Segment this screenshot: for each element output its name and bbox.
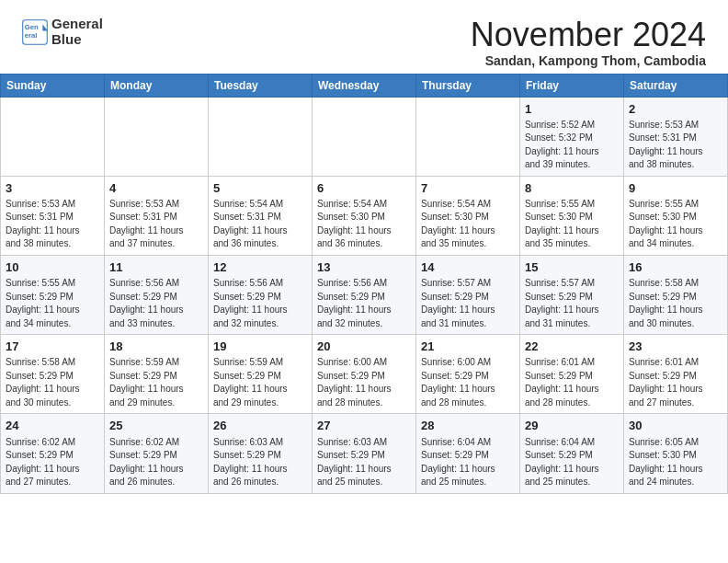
cell-day-number: 13 (317, 259, 411, 276)
calendar-cell: 20Sunrise: 6:00 AM Sunset: 5:29 PM Dayli… (313, 335, 416, 414)
cell-info: Sunrise: 6:05 AM Sunset: 5:30 PM Dayligh… (629, 436, 722, 489)
logo: Gen eral General Blue (22, 17, 103, 47)
calendar-cell: 9Sunrise: 5:55 AM Sunset: 5:30 PM Daylig… (624, 176, 728, 255)
cell-day-number: 11 (109, 259, 203, 276)
cell-info: Sunrise: 5:52 AM Sunset: 5:32 PM Dayligh… (525, 119, 619, 172)
cell-info: Sunrise: 6:04 AM Sunset: 5:29 PM Dayligh… (525, 436, 619, 489)
cell-day-number: 15 (525, 259, 619, 276)
weekday-header-row: SundayMondayTuesdayWednesdayThursdayFrid… (1, 74, 728, 97)
cell-info: Sunrise: 5:59 AM Sunset: 5:29 PM Dayligh… (109, 356, 203, 409)
cell-info: Sunrise: 5:56 AM Sunset: 5:29 PM Dayligh… (213, 277, 307, 330)
calendar-cell: 16Sunrise: 5:58 AM Sunset: 5:29 PM Dayli… (624, 255, 728, 334)
cell-day-number: 4 (109, 180, 203, 197)
weekday-header-saturday: Saturday (624, 74, 728, 97)
cell-day-number: 29 (525, 418, 619, 434)
calendar-cell: 2Sunrise: 5:53 AM Sunset: 5:31 PM Daylig… (624, 97, 728, 176)
calendar-cell: 6Sunrise: 5:54 AM Sunset: 5:30 PM Daylig… (313, 176, 416, 255)
cell-info: Sunrise: 5:59 AM Sunset: 5:29 PM Dayligh… (213, 356, 307, 409)
cell-day-number: 10 (6, 259, 99, 276)
calendar-cell: 22Sunrise: 6:01 AM Sunset: 5:29 PM Dayli… (520, 335, 624, 414)
cell-day-number: 21 (421, 339, 515, 355)
calendar-cell: 11Sunrise: 5:56 AM Sunset: 5:29 PM Dayli… (105, 255, 209, 334)
calendar-cell: 5Sunrise: 5:54 AM Sunset: 5:31 PM Daylig… (209, 176, 313, 255)
calendar-cell: 15Sunrise: 5:57 AM Sunset: 5:29 PM Dayli… (520, 255, 624, 334)
svg-text:Gen: Gen (25, 23, 39, 31)
cell-info: Sunrise: 6:00 AM Sunset: 5:29 PM Dayligh… (317, 356, 411, 409)
cell-info: Sunrise: 6:04 AM Sunset: 5:29 PM Dayligh… (421, 436, 515, 489)
cell-day-number: 18 (109, 339, 203, 355)
cell-info: Sunrise: 5:53 AM Sunset: 5:31 PM Dayligh… (629, 119, 722, 172)
cell-info: Sunrise: 5:53 AM Sunset: 5:31 PM Dayligh… (6, 198, 99, 251)
calendar-week-2: 3Sunrise: 5:53 AM Sunset: 5:31 PM Daylig… (1, 176, 728, 255)
calendar-cell: 14Sunrise: 5:57 AM Sunset: 5:29 PM Dayli… (416, 255, 520, 334)
cell-day-number: 6 (317, 180, 411, 197)
cell-day-number: 23 (629, 339, 722, 355)
cell-day-number: 17 (6, 339, 99, 355)
calendar-cell: 4Sunrise: 5:53 AM Sunset: 5:31 PM Daylig… (105, 176, 209, 255)
cell-info: Sunrise: 5:54 AM Sunset: 5:31 PM Dayligh… (213, 198, 307, 251)
cell-day-number: 30 (629, 418, 722, 434)
cell-info: Sunrise: 6:02 AM Sunset: 5:29 PM Dayligh… (6, 436, 99, 489)
cell-day-number: 26 (213, 418, 307, 434)
cell-info: Sunrise: 5:57 AM Sunset: 5:29 PM Dayligh… (421, 277, 515, 330)
header: Gen eral General Blue November 2024 Sand… (0, 0, 728, 74)
cell-day-number: 8 (525, 180, 619, 197)
cell-info: Sunrise: 5:56 AM Sunset: 5:29 PM Dayligh… (109, 277, 203, 330)
cell-info: Sunrise: 5:56 AM Sunset: 5:29 PM Dayligh… (317, 277, 411, 330)
calendar-header: SundayMondayTuesdayWednesdayThursdayFrid… (1, 74, 728, 97)
title-block: November 2024 Sandan, Kampong Thom, Camb… (471, 17, 706, 68)
cell-day-number: 2 (629, 101, 722, 118)
cell-info: Sunrise: 5:58 AM Sunset: 5:29 PM Dayligh… (629, 277, 722, 330)
cell-info: Sunrise: 6:03 AM Sunset: 5:29 PM Dayligh… (317, 436, 411, 489)
calendar-week-3: 10Sunrise: 5:55 AM Sunset: 5:29 PM Dayli… (1, 255, 728, 334)
cell-day-number: 20 (317, 339, 411, 355)
cell-day-number: 27 (317, 418, 411, 434)
cell-info: Sunrise: 6:03 AM Sunset: 5:29 PM Dayligh… (213, 436, 307, 489)
logo-icon: Gen eral (22, 19, 48, 45)
location-subtitle: Sandan, Kampong Thom, Cambodia (471, 53, 706, 68)
calendar-cell: 27Sunrise: 6:03 AM Sunset: 5:29 PM Dayli… (313, 414, 416, 493)
calendar-week-5: 24Sunrise: 6:02 AM Sunset: 5:29 PM Dayli… (1, 414, 728, 493)
cell-day-number: 14 (421, 259, 515, 276)
calendar-cell: 12Sunrise: 5:56 AM Sunset: 5:29 PM Dayli… (209, 255, 313, 334)
calendar-cell: 29Sunrise: 6:04 AM Sunset: 5:29 PM Dayli… (520, 414, 624, 493)
calendar-week-4: 17Sunrise: 5:58 AM Sunset: 5:29 PM Dayli… (1, 335, 728, 414)
calendar-cell: 25Sunrise: 6:02 AM Sunset: 5:29 PM Dayli… (105, 414, 209, 493)
page: Gen eral General Blue November 2024 Sand… (0, 0, 728, 563)
cell-info: Sunrise: 5:54 AM Sunset: 5:30 PM Dayligh… (317, 198, 411, 251)
calendar-cell (1, 97, 105, 176)
calendar-cell: 10Sunrise: 5:55 AM Sunset: 5:29 PM Dayli… (1, 255, 105, 334)
cell-info: Sunrise: 6:01 AM Sunset: 5:29 PM Dayligh… (629, 356, 722, 409)
calendar-cell (105, 97, 209, 176)
calendar-cell: 21Sunrise: 6:00 AM Sunset: 5:29 PM Dayli… (416, 335, 520, 414)
cell-day-number: 25 (109, 418, 203, 434)
cell-day-number: 28 (421, 418, 515, 434)
calendar-cell: 23Sunrise: 6:01 AM Sunset: 5:29 PM Dayli… (624, 335, 728, 414)
calendar-cell: 26Sunrise: 6:03 AM Sunset: 5:29 PM Dayli… (209, 414, 313, 493)
cell-day-number: 5 (213, 180, 307, 197)
cell-info: Sunrise: 6:02 AM Sunset: 5:29 PM Dayligh… (109, 436, 203, 489)
cell-info: Sunrise: 5:57 AM Sunset: 5:29 PM Dayligh… (525, 277, 619, 330)
cell-day-number: 12 (213, 259, 307, 276)
cell-day-number: 22 (525, 339, 619, 355)
cell-info: Sunrise: 5:55 AM Sunset: 5:30 PM Dayligh… (525, 198, 619, 251)
cell-day-number: 9 (629, 180, 722, 197)
calendar-cell: 17Sunrise: 5:58 AM Sunset: 5:29 PM Dayli… (1, 335, 105, 414)
calendar-cell: 1Sunrise: 5:52 AM Sunset: 5:32 PM Daylig… (520, 97, 624, 176)
calendar-body: 1Sunrise: 5:52 AM Sunset: 5:32 PM Daylig… (1, 97, 728, 493)
cell-day-number: 7 (421, 180, 515, 197)
calendar-cell: 8Sunrise: 5:55 AM Sunset: 5:30 PM Daylig… (520, 176, 624, 255)
calendar-cell: 28Sunrise: 6:04 AM Sunset: 5:29 PM Dayli… (416, 414, 520, 493)
cell-info: Sunrise: 5:58 AM Sunset: 5:29 PM Dayligh… (6, 356, 99, 409)
cell-info: Sunrise: 5:55 AM Sunset: 5:29 PM Dayligh… (6, 277, 99, 330)
cell-info: Sunrise: 5:53 AM Sunset: 5:31 PM Dayligh… (109, 198, 203, 251)
cell-day-number: 16 (629, 259, 722, 276)
calendar-cell: 18Sunrise: 5:59 AM Sunset: 5:29 PM Dayli… (105, 335, 209, 414)
weekday-header-thursday: Thursday (416, 74, 520, 97)
weekday-header-monday: Monday (105, 74, 209, 97)
calendar-cell (416, 97, 520, 176)
calendar-cell (209, 97, 313, 176)
cell-info: Sunrise: 6:00 AM Sunset: 5:29 PM Dayligh… (421, 356, 515, 409)
cell-day-number: 24 (6, 418, 99, 434)
weekday-header-friday: Friday (520, 74, 624, 97)
